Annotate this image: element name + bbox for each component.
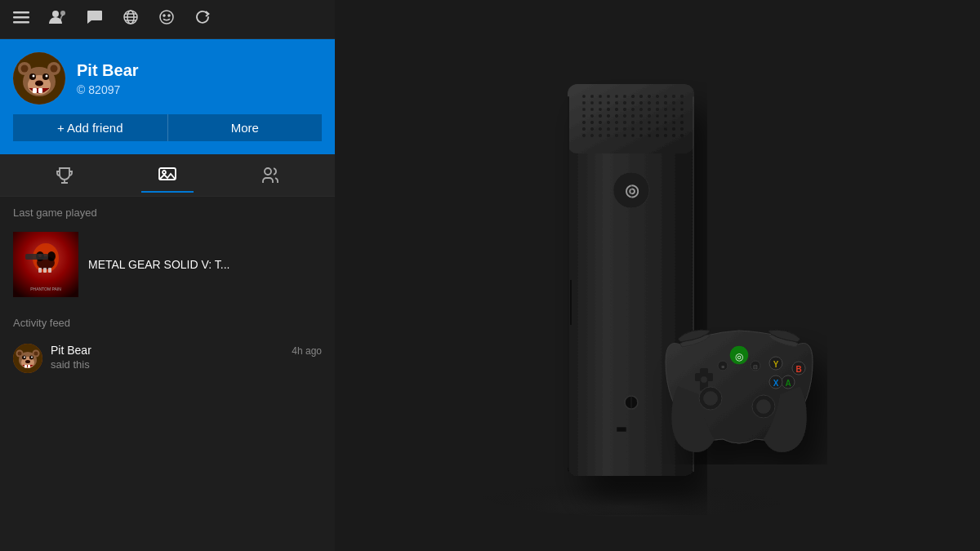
svg-point-144 — [631, 134, 635, 137]
avatar — [13, 52, 65, 104]
svg-point-75 — [599, 101, 602, 104]
menu-icon[interactable] — [13, 9, 29, 29]
globe-icon[interactable] — [122, 9, 139, 29]
emoji-icon[interactable] — [158, 9, 175, 29]
svg-point-87 — [590, 108, 594, 111]
svg-point-85 — [680, 101, 684, 104]
svg-point-142 — [615, 134, 618, 137]
last-game-label: Last game played — [0, 197, 335, 225]
svg-point-24 — [35, 81, 43, 87]
svg-rect-0 — [13, 11, 29, 14]
game-title: METAL GEAR SOLID V: T... — [88, 258, 230, 271]
activity-item[interactable]: Pit Bear 4h ago said this — [0, 335, 335, 381]
svg-point-110 — [672, 114, 675, 118]
svg-point-116 — [615, 121, 618, 124]
svg-point-126 — [590, 127, 594, 131]
svg-point-94 — [648, 108, 651, 111]
svg-rect-55 — [24, 365, 27, 368]
svg-point-17 — [21, 65, 29, 73]
svg-point-166 — [756, 399, 771, 414]
svg-point-47 — [18, 352, 22, 356]
svg-point-80 — [639, 101, 643, 104]
activity-feed-label: Activity feed — [0, 307, 335, 335]
svg-point-72 — [680, 95, 684, 98]
svg-point-100 — [590, 114, 594, 118]
svg-rect-38 — [43, 268, 47, 273]
svg-point-89 — [607, 108, 610, 111]
activity-time: 4h ago — [292, 345, 322, 357]
svg-point-95 — [656, 108, 659, 111]
svg-point-76 — [607, 101, 610, 104]
svg-point-62 — [599, 95, 602, 98]
profile-actions: + Add friend More — [13, 114, 322, 141]
svg-point-53 — [31, 357, 33, 358]
svg-point-112 — [582, 121, 586, 124]
svg-point-66 — [631, 95, 635, 98]
profile-header: Pit Bear © 82097 + Add friend More — [0, 39, 335, 154]
svg-rect-41 — [25, 254, 48, 260]
svg-rect-59 — [568, 84, 694, 153]
svg-point-107 — [648, 114, 651, 118]
svg-point-104 — [623, 114, 626, 118]
svg-point-127 — [599, 127, 602, 131]
svg-point-111 — [680, 114, 684, 118]
activity-avatar — [13, 344, 42, 373]
profile-top: Pit Bear © 82097 — [13, 52, 322, 104]
add-friend-button[interactable]: + Add friend — [13, 114, 168, 141]
svg-point-150 — [680, 134, 684, 137]
svg-point-128 — [607, 127, 610, 131]
svg-point-64 — [615, 95, 618, 98]
svg-point-98 — [680, 108, 684, 111]
svg-point-90 — [615, 108, 618, 111]
gamertag-prefix: © — [77, 83, 85, 96]
game-thumbnail: PHANTOM PAIN — [13, 232, 78, 297]
svg-point-136 — [672, 127, 675, 131]
svg-text:A: A — [785, 379, 791, 388]
svg-point-63 — [607, 95, 610, 98]
svg-point-71 — [672, 95, 675, 98]
svg-text:⊟: ⊟ — [753, 364, 758, 370]
svg-point-88 — [599, 108, 602, 111]
chat-icon[interactable] — [87, 9, 103, 29]
activity-action: said this — [51, 358, 322, 371]
svg-point-148 — [664, 134, 667, 137]
svg-point-68 — [648, 95, 651, 98]
svg-point-118 — [631, 121, 635, 124]
svg-point-10 — [160, 11, 173, 24]
tab-captures[interactable] — [141, 158, 194, 193]
tab-friends[interactable] — [244, 159, 296, 192]
svg-point-3 — [52, 11, 59, 17]
svg-point-92 — [631, 108, 635, 111]
people-icon[interactable] — [49, 9, 67, 29]
svg-point-133 — [648, 127, 651, 131]
svg-point-146 — [648, 134, 651, 137]
svg-point-143 — [623, 134, 626, 137]
svg-point-103 — [615, 114, 618, 118]
activity-header: Pit Bear 4h ago — [51, 344, 322, 357]
tab-achievements[interactable] — [38, 159, 91, 192]
svg-point-108 — [656, 114, 659, 118]
svg-point-139 — [590, 134, 594, 137]
more-button[interactable]: More — [168, 114, 323, 141]
svg-point-82 — [656, 101, 659, 104]
svg-rect-37 — [38, 268, 42, 273]
svg-point-106 — [639, 114, 643, 118]
refresh-icon[interactable] — [194, 9, 211, 29]
svg-point-121 — [656, 121, 659, 124]
svg-point-81 — [648, 101, 651, 104]
svg-text:◎: ◎ — [735, 351, 743, 362]
svg-point-130 — [623, 127, 626, 131]
svg-point-74 — [590, 101, 594, 104]
svg-point-91 — [623, 108, 626, 111]
svg-text:≡: ≡ — [721, 364, 724, 370]
svg-rect-56 — [28, 365, 30, 368]
svg-text:Y: Y — [773, 360, 779, 369]
profile-gamertag: © 82097 — [77, 83, 139, 96]
svg-point-77 — [615, 101, 618, 104]
game-item[interactable]: PHANTOM PAIN METAL GEAR SOLID V: T... — [0, 225, 335, 304]
svg-point-125 — [582, 127, 586, 131]
svg-point-70 — [664, 95, 667, 98]
gamertag-value: 82097 — [88, 83, 120, 96]
svg-rect-156 — [617, 427, 626, 432]
svg-point-123 — [672, 121, 675, 124]
